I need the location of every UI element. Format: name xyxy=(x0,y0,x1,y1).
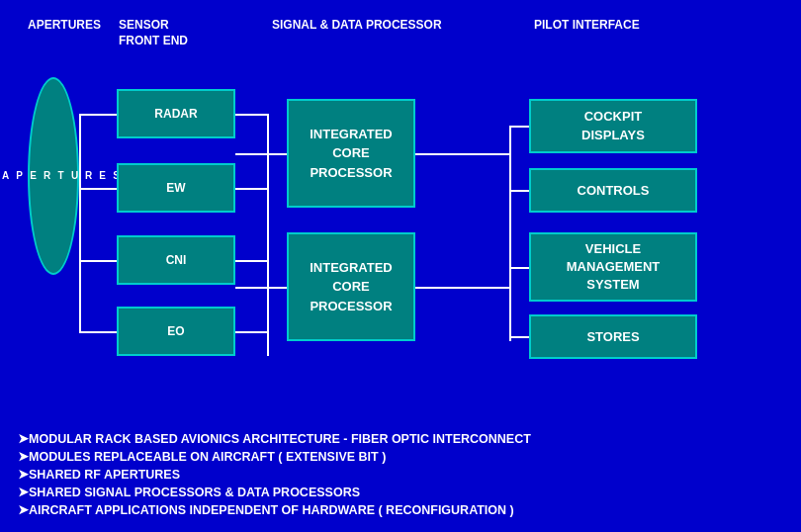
diagram-area: APERTURES SENSOR FRONT END SIGNAL & DATA… xyxy=(10,10,791,366)
header-pilot: PILOT INTERFACE xyxy=(534,18,640,34)
bullet-1: ➤MODULAR RACK BASED AVIONICS ARCHITECTUR… xyxy=(18,431,791,446)
ew-box: EW xyxy=(117,163,235,213)
conn-rf-cni xyxy=(79,260,117,262)
stores-box: STORES xyxy=(529,314,697,359)
controls-box: CONTROLS xyxy=(529,168,697,213)
vms-box: VEHICLEMANAGEMENTSYSTEM xyxy=(529,232,697,302)
cni-box: CNI xyxy=(117,235,235,285)
bullet-4: ➤SHARED SIGNAL PROCESSORS & DATA PROCESS… xyxy=(18,485,791,499)
icp2-box: INTEGRATEDCOREPROCESSOR xyxy=(287,232,415,341)
eo-box: EO xyxy=(117,307,235,356)
conn-vbar-controls xyxy=(509,190,529,192)
conn-eo xyxy=(79,331,117,333)
rf-apertures-ellipse: RFAPERTURES xyxy=(28,77,79,275)
conn-icp2-vbar xyxy=(415,287,509,289)
icp1-box: INTEGRATEDCOREPROCESSOR xyxy=(287,99,415,208)
conn-s-vbar-top xyxy=(235,114,267,116)
conn-eo-vbar xyxy=(235,331,267,333)
header-sensor: SENSOR FRONT END xyxy=(119,18,188,48)
conn-rf-ew xyxy=(79,188,117,190)
header-apertures: APERTURES xyxy=(28,18,101,34)
radar-box: RADAR xyxy=(117,89,235,138)
bullet-3: ➤SHARED RF APERTURES xyxy=(18,467,791,482)
conn-radar-icp1 xyxy=(235,153,287,155)
conn-vbar-cockpit xyxy=(509,126,529,128)
conn-icp1-vbar xyxy=(415,153,509,155)
conn-vbar-stores xyxy=(509,336,529,338)
header-signal: SIGNAL & DATA PROCESSOR xyxy=(272,18,442,34)
conn-sensor-vbar xyxy=(267,114,269,356)
conn-icp-pilot-vbar xyxy=(509,126,511,341)
bullet-list: ➤MODULAR RACK BASED AVIONICS ARCHITECTUR… xyxy=(18,431,791,520)
conn-cni-vbar xyxy=(235,260,267,262)
conn-rf-vbar xyxy=(79,114,81,331)
conn-ew-vbar xyxy=(235,188,267,190)
conn-rf-radar xyxy=(79,114,117,116)
bullet-2: ➤MODULES REPLACEABLE ON AIRCRAFT ( EXTEN… xyxy=(18,449,791,464)
bullet-5: ➤AIRCRAFT APPLICATIONS INDEPENDENT OF HA… xyxy=(18,502,791,517)
conn-vbar-vms xyxy=(509,267,529,269)
cockpit-displays-box: COCKPITDISPLAYS xyxy=(529,99,697,153)
conn-cni-icp2 xyxy=(235,287,287,289)
